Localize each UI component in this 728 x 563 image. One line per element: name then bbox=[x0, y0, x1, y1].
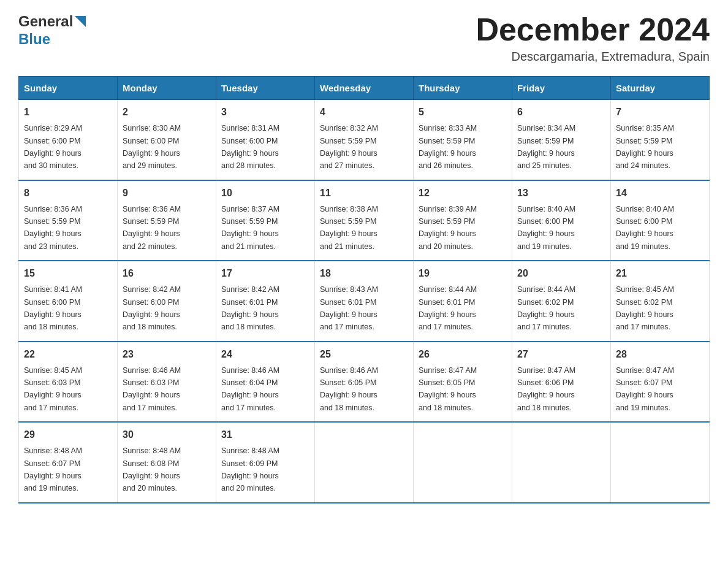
calendar-header-row: Sunday Monday Tuesday Wednesday Thursday… bbox=[19, 77, 710, 100]
title-block: December 2024 Descargamaria, Extremadura… bbox=[476, 12, 710, 64]
day-number: 10 bbox=[221, 186, 309, 201]
calendar-week-row: 1 Sunrise: 8:29 AMSunset: 6:00 PMDayligh… bbox=[19, 100, 710, 180]
day-info: Sunrise: 8:39 AMSunset: 5:59 PMDaylight:… bbox=[419, 205, 477, 251]
table-row: 24 Sunrise: 8:46 AMSunset: 6:04 PMDaylig… bbox=[216, 342, 315, 423]
day-number: 18 bbox=[320, 266, 408, 281]
svg-marker-0 bbox=[75, 16, 86, 27]
table-row: 11 Sunrise: 8:38 AMSunset: 5:59 PMDaylig… bbox=[315, 180, 414, 261]
day-number: 6 bbox=[517, 105, 605, 120]
day-info: Sunrise: 8:48 AMSunset: 6:07 PMDaylight:… bbox=[24, 446, 82, 492]
day-number: 25 bbox=[320, 347, 408, 362]
day-info: Sunrise: 8:34 AMSunset: 5:59 PMDaylight:… bbox=[517, 124, 575, 170]
table-row bbox=[611, 422, 710, 503]
day-info: Sunrise: 8:44 AMSunset: 6:02 PMDaylight:… bbox=[517, 285, 575, 331]
table-row: 10 Sunrise: 8:37 AMSunset: 5:59 PMDaylig… bbox=[216, 180, 315, 261]
day-number: 26 bbox=[419, 347, 507, 362]
table-row: 6 Sunrise: 8:34 AMSunset: 5:59 PMDayligh… bbox=[512, 100, 611, 180]
col-saturday: Saturday bbox=[611, 77, 710, 100]
day-number: 4 bbox=[320, 105, 408, 120]
day-number: 16 bbox=[123, 266, 211, 281]
table-row: 17 Sunrise: 8:42 AMSunset: 6:01 PMDaylig… bbox=[216, 261, 315, 342]
day-info: Sunrise: 8:37 AMSunset: 5:59 PMDaylight:… bbox=[221, 205, 279, 251]
day-number: 17 bbox=[221, 266, 309, 281]
table-row: 22 Sunrise: 8:45 AMSunset: 6:03 PMDaylig… bbox=[19, 342, 118, 423]
col-wednesday: Wednesday bbox=[315, 77, 414, 100]
day-number: 29 bbox=[24, 427, 112, 442]
day-number: 27 bbox=[517, 347, 605, 362]
day-number: 22 bbox=[24, 347, 112, 362]
day-info: Sunrise: 8:46 AMSunset: 6:03 PMDaylight:… bbox=[123, 366, 181, 412]
table-row: 26 Sunrise: 8:47 AMSunset: 6:05 PMDaylig… bbox=[414, 342, 512, 423]
day-info: Sunrise: 8:44 AMSunset: 6:01 PMDaylight:… bbox=[419, 285, 477, 331]
logo-triangle bbox=[75, 13, 86, 31]
calendar-table: Sunday Monday Tuesday Wednesday Thursday… bbox=[18, 76, 710, 504]
table-row: 5 Sunrise: 8:33 AMSunset: 5:59 PMDayligh… bbox=[414, 100, 512, 180]
logo: General Blue bbox=[18, 12, 86, 47]
day-info: Sunrise: 8:43 AMSunset: 6:01 PMDaylight:… bbox=[320, 285, 378, 331]
col-friday: Friday bbox=[512, 77, 611, 100]
day-info: Sunrise: 8:47 AMSunset: 6:06 PMDaylight:… bbox=[517, 366, 575, 412]
table-row: 9 Sunrise: 8:36 AMSunset: 5:59 PMDayligh… bbox=[118, 180, 216, 261]
table-row bbox=[315, 422, 414, 503]
table-row: 12 Sunrise: 8:39 AMSunset: 5:59 PMDaylig… bbox=[414, 180, 512, 261]
day-info: Sunrise: 8:33 AMSunset: 5:59 PMDaylight:… bbox=[419, 124, 477, 170]
col-sunday: Sunday bbox=[19, 77, 118, 100]
table-row bbox=[414, 422, 512, 503]
table-row: 8 Sunrise: 8:36 AMSunset: 5:59 PMDayligh… bbox=[19, 180, 118, 261]
day-number: 9 bbox=[123, 186, 211, 201]
day-number: 30 bbox=[123, 427, 211, 442]
day-info: Sunrise: 8:45 AMSunset: 6:02 PMDaylight:… bbox=[616, 285, 674, 331]
day-info: Sunrise: 8:41 AMSunset: 6:00 PMDaylight:… bbox=[24, 285, 82, 331]
day-info: Sunrise: 8:36 AMSunset: 5:59 PMDaylight:… bbox=[24, 205, 82, 251]
day-info: Sunrise: 8:45 AMSunset: 6:03 PMDaylight:… bbox=[24, 366, 82, 412]
table-row: 15 Sunrise: 8:41 AMSunset: 6:00 PMDaylig… bbox=[19, 261, 118, 342]
table-row: 13 Sunrise: 8:40 AMSunset: 6:00 PMDaylig… bbox=[512, 180, 611, 261]
calendar-week-row: 15 Sunrise: 8:41 AMSunset: 6:00 PMDaylig… bbox=[19, 261, 710, 342]
day-info: Sunrise: 8:48 AMSunset: 6:08 PMDaylight:… bbox=[123, 446, 181, 492]
table-row: 16 Sunrise: 8:42 AMSunset: 6:00 PMDaylig… bbox=[118, 261, 216, 342]
day-info: Sunrise: 8:42 AMSunset: 6:01 PMDaylight:… bbox=[221, 285, 279, 331]
location-subtitle: Descargamaria, Extremadura, Spain bbox=[476, 50, 710, 64]
day-info: Sunrise: 8:42 AMSunset: 6:00 PMDaylight:… bbox=[123, 285, 181, 331]
col-monday: Monday bbox=[118, 77, 216, 100]
day-number: 13 bbox=[517, 186, 605, 201]
day-info: Sunrise: 8:32 AMSunset: 5:59 PMDaylight:… bbox=[320, 124, 378, 170]
day-number: 19 bbox=[419, 266, 507, 281]
table-row: 19 Sunrise: 8:44 AMSunset: 6:01 PMDaylig… bbox=[414, 261, 512, 342]
day-number: 15 bbox=[24, 266, 112, 281]
day-number: 28 bbox=[616, 347, 704, 362]
table-row: 14 Sunrise: 8:40 AMSunset: 6:00 PMDaylig… bbox=[611, 180, 710, 261]
day-number: 20 bbox=[517, 266, 605, 281]
day-number: 11 bbox=[320, 186, 408, 201]
day-number: 14 bbox=[616, 186, 704, 201]
table-row: 18 Sunrise: 8:43 AMSunset: 6:01 PMDaylig… bbox=[315, 261, 414, 342]
day-number: 23 bbox=[123, 347, 211, 362]
day-number: 5 bbox=[419, 105, 507, 120]
table-row: 30 Sunrise: 8:48 AMSunset: 6:08 PMDaylig… bbox=[118, 422, 216, 503]
table-row: 27 Sunrise: 8:47 AMSunset: 6:06 PMDaylig… bbox=[512, 342, 611, 423]
day-number: 1 bbox=[24, 105, 112, 120]
day-info: Sunrise: 8:48 AMSunset: 6:09 PMDaylight:… bbox=[221, 446, 279, 492]
table-row: 23 Sunrise: 8:46 AMSunset: 6:03 PMDaylig… bbox=[118, 342, 216, 423]
day-info: Sunrise: 8:40 AMSunset: 6:00 PMDaylight:… bbox=[517, 205, 575, 251]
day-info: Sunrise: 8:30 AMSunset: 6:00 PMDaylight:… bbox=[123, 124, 181, 170]
page-header: General Blue December 2024 Descargamaria… bbox=[18, 12, 710, 64]
table-row: 28 Sunrise: 8:47 AMSunset: 6:07 PMDaylig… bbox=[611, 342, 710, 423]
day-number: 24 bbox=[221, 347, 309, 362]
table-row: 25 Sunrise: 8:46 AMSunset: 6:05 PMDaylig… bbox=[315, 342, 414, 423]
day-number: 8 bbox=[24, 186, 112, 201]
day-info: Sunrise: 8:47 AMSunset: 6:05 PMDaylight:… bbox=[419, 366, 477, 412]
day-info: Sunrise: 8:35 AMSunset: 5:59 PMDaylight:… bbox=[616, 124, 674, 170]
day-info: Sunrise: 8:31 AMSunset: 6:00 PMDaylight:… bbox=[221, 124, 279, 170]
day-info: Sunrise: 8:46 AMSunset: 6:04 PMDaylight:… bbox=[221, 366, 279, 412]
day-info: Sunrise: 8:29 AMSunset: 6:00 PMDaylight:… bbox=[24, 124, 82, 170]
day-number: 7 bbox=[616, 105, 704, 120]
month-title: December 2024 bbox=[476, 12, 710, 47]
logo-general: General bbox=[18, 13, 73, 30]
col-thursday: Thursday bbox=[414, 77, 512, 100]
day-info: Sunrise: 8:36 AMSunset: 5:59 PMDaylight:… bbox=[123, 205, 181, 251]
table-row: 4 Sunrise: 8:32 AMSunset: 5:59 PMDayligh… bbox=[315, 100, 414, 180]
calendar-week-row: 22 Sunrise: 8:45 AMSunset: 6:03 PMDaylig… bbox=[19, 342, 710, 423]
table-row: 29 Sunrise: 8:48 AMSunset: 6:07 PMDaylig… bbox=[19, 422, 118, 503]
day-number: 21 bbox=[616, 266, 704, 281]
